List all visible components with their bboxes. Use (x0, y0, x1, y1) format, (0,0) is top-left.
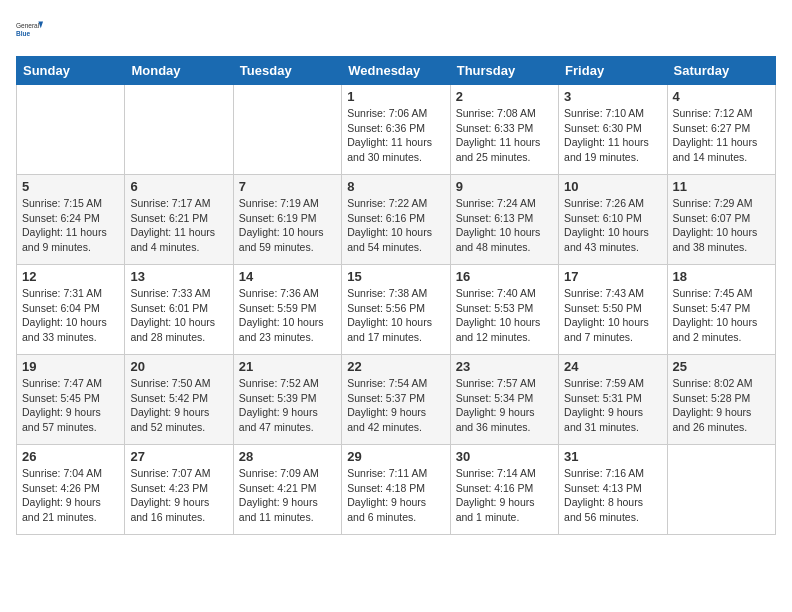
calendar-cell (233, 85, 341, 175)
day-info: Sunrise: 7:52 AM Sunset: 5:39 PM Dayligh… (239, 376, 336, 435)
calendar-cell: 25Sunrise: 8:02 AM Sunset: 5:28 PM Dayli… (667, 355, 775, 445)
day-info: Sunrise: 7:15 AM Sunset: 6:24 PM Dayligh… (22, 196, 119, 255)
calendar-cell: 24Sunrise: 7:59 AM Sunset: 5:31 PM Dayli… (559, 355, 667, 445)
calendar-cell: 30Sunrise: 7:14 AM Sunset: 4:16 PM Dayli… (450, 445, 558, 535)
weekday-header-row: SundayMondayTuesdayWednesdayThursdayFrid… (17, 57, 776, 85)
weekday-header-friday: Friday (559, 57, 667, 85)
calendar-cell: 18Sunrise: 7:45 AM Sunset: 5:47 PM Dayli… (667, 265, 775, 355)
day-info: Sunrise: 7:43 AM Sunset: 5:50 PM Dayligh… (564, 286, 661, 345)
calendar-cell: 23Sunrise: 7:57 AM Sunset: 5:34 PM Dayli… (450, 355, 558, 445)
calendar-cell: 7Sunrise: 7:19 AM Sunset: 6:19 PM Daylig… (233, 175, 341, 265)
day-info: Sunrise: 7:09 AM Sunset: 4:21 PM Dayligh… (239, 466, 336, 525)
day-info: Sunrise: 7:10 AM Sunset: 6:30 PM Dayligh… (564, 106, 661, 165)
page-header: GeneralBlue (16, 16, 776, 44)
day-number: 8 (347, 179, 444, 194)
day-info: Sunrise: 7:31 AM Sunset: 6:04 PM Dayligh… (22, 286, 119, 345)
day-info: Sunrise: 7:38 AM Sunset: 5:56 PM Dayligh… (347, 286, 444, 345)
day-info: Sunrise: 7:24 AM Sunset: 6:13 PM Dayligh… (456, 196, 553, 255)
calendar-cell: 4Sunrise: 7:12 AM Sunset: 6:27 PM Daylig… (667, 85, 775, 175)
day-number: 19 (22, 359, 119, 374)
day-info: Sunrise: 7:47 AM Sunset: 5:45 PM Dayligh… (22, 376, 119, 435)
day-number: 3 (564, 89, 661, 104)
day-number: 5 (22, 179, 119, 194)
day-number: 22 (347, 359, 444, 374)
day-info: Sunrise: 7:07 AM Sunset: 4:23 PM Dayligh… (130, 466, 227, 525)
calendar-cell: 31Sunrise: 7:16 AM Sunset: 4:13 PM Dayli… (559, 445, 667, 535)
day-number: 11 (673, 179, 770, 194)
day-info: Sunrise: 7:17 AM Sunset: 6:21 PM Dayligh… (130, 196, 227, 255)
day-info: Sunrise: 7:59 AM Sunset: 5:31 PM Dayligh… (564, 376, 661, 435)
calendar-cell: 2Sunrise: 7:08 AM Sunset: 6:33 PM Daylig… (450, 85, 558, 175)
day-info: Sunrise: 7:33 AM Sunset: 6:01 PM Dayligh… (130, 286, 227, 345)
calendar-cell: 16Sunrise: 7:40 AM Sunset: 5:53 PM Dayli… (450, 265, 558, 355)
day-number: 27 (130, 449, 227, 464)
day-number: 10 (564, 179, 661, 194)
day-info: Sunrise: 7:14 AM Sunset: 4:16 PM Dayligh… (456, 466, 553, 525)
day-info: Sunrise: 7:06 AM Sunset: 6:36 PM Dayligh… (347, 106, 444, 165)
calendar-cell: 20Sunrise: 7:50 AM Sunset: 5:42 PM Dayli… (125, 355, 233, 445)
day-info: Sunrise: 7:40 AM Sunset: 5:53 PM Dayligh… (456, 286, 553, 345)
calendar-cell: 6Sunrise: 7:17 AM Sunset: 6:21 PM Daylig… (125, 175, 233, 265)
day-number: 17 (564, 269, 661, 284)
day-number: 29 (347, 449, 444, 464)
calendar-cell: 8Sunrise: 7:22 AM Sunset: 6:16 PM Daylig… (342, 175, 450, 265)
calendar-cell: 21Sunrise: 7:52 AM Sunset: 5:39 PM Dayli… (233, 355, 341, 445)
weekday-header-wednesday: Wednesday (342, 57, 450, 85)
calendar-cell: 15Sunrise: 7:38 AM Sunset: 5:56 PM Dayli… (342, 265, 450, 355)
calendar-cell (125, 85, 233, 175)
calendar-cell (17, 85, 125, 175)
calendar-table: SundayMondayTuesdayWednesdayThursdayFrid… (16, 56, 776, 535)
day-number: 13 (130, 269, 227, 284)
weekday-header-saturday: Saturday (667, 57, 775, 85)
day-number: 28 (239, 449, 336, 464)
day-number: 21 (239, 359, 336, 374)
day-number: 18 (673, 269, 770, 284)
day-number: 15 (347, 269, 444, 284)
day-number: 9 (456, 179, 553, 194)
calendar-cell: 13Sunrise: 7:33 AM Sunset: 6:01 PM Dayli… (125, 265, 233, 355)
day-info: Sunrise: 7:08 AM Sunset: 6:33 PM Dayligh… (456, 106, 553, 165)
weekday-header-monday: Monday (125, 57, 233, 85)
calendar-cell: 12Sunrise: 7:31 AM Sunset: 6:04 PM Dayli… (17, 265, 125, 355)
day-info: Sunrise: 7:26 AM Sunset: 6:10 PM Dayligh… (564, 196, 661, 255)
day-number: 20 (130, 359, 227, 374)
day-info: Sunrise: 7:22 AM Sunset: 6:16 PM Dayligh… (347, 196, 444, 255)
day-info: Sunrise: 7:50 AM Sunset: 5:42 PM Dayligh… (130, 376, 227, 435)
logo-icon: GeneralBlue (16, 16, 44, 44)
day-number: 25 (673, 359, 770, 374)
calendar-cell: 17Sunrise: 7:43 AM Sunset: 5:50 PM Dayli… (559, 265, 667, 355)
weekday-header-tuesday: Tuesday (233, 57, 341, 85)
day-number: 14 (239, 269, 336, 284)
day-number: 6 (130, 179, 227, 194)
day-info: Sunrise: 7:04 AM Sunset: 4:26 PM Dayligh… (22, 466, 119, 525)
day-info: Sunrise: 7:12 AM Sunset: 6:27 PM Dayligh… (673, 106, 770, 165)
logo: GeneralBlue (16, 16, 44, 44)
calendar-cell: 10Sunrise: 7:26 AM Sunset: 6:10 PM Dayli… (559, 175, 667, 265)
calendar-cell: 11Sunrise: 7:29 AM Sunset: 6:07 PM Dayli… (667, 175, 775, 265)
day-number: 23 (456, 359, 553, 374)
day-number: 31 (564, 449, 661, 464)
day-number: 7 (239, 179, 336, 194)
svg-text:Blue: Blue (16, 30, 30, 37)
calendar-cell: 28Sunrise: 7:09 AM Sunset: 4:21 PM Dayli… (233, 445, 341, 535)
day-number: 12 (22, 269, 119, 284)
day-number: 2 (456, 89, 553, 104)
day-info: Sunrise: 8:02 AM Sunset: 5:28 PM Dayligh… (673, 376, 770, 435)
day-number: 4 (673, 89, 770, 104)
calendar-week-5: 26Sunrise: 7:04 AM Sunset: 4:26 PM Dayli… (17, 445, 776, 535)
weekday-header-sunday: Sunday (17, 57, 125, 85)
day-number: 30 (456, 449, 553, 464)
calendar-cell: 22Sunrise: 7:54 AM Sunset: 5:37 PM Dayli… (342, 355, 450, 445)
calendar-cell: 9Sunrise: 7:24 AM Sunset: 6:13 PM Daylig… (450, 175, 558, 265)
calendar-week-1: 1Sunrise: 7:06 AM Sunset: 6:36 PM Daylig… (17, 85, 776, 175)
calendar-cell (667, 445, 775, 535)
day-number: 1 (347, 89, 444, 104)
day-info: Sunrise: 7:36 AM Sunset: 5:59 PM Dayligh… (239, 286, 336, 345)
day-info: Sunrise: 7:57 AM Sunset: 5:34 PM Dayligh… (456, 376, 553, 435)
calendar-cell: 3Sunrise: 7:10 AM Sunset: 6:30 PM Daylig… (559, 85, 667, 175)
day-number: 26 (22, 449, 119, 464)
calendar-cell: 26Sunrise: 7:04 AM Sunset: 4:26 PM Dayli… (17, 445, 125, 535)
calendar-cell: 5Sunrise: 7:15 AM Sunset: 6:24 PM Daylig… (17, 175, 125, 265)
calendar-cell: 19Sunrise: 7:47 AM Sunset: 5:45 PM Dayli… (17, 355, 125, 445)
day-info: Sunrise: 7:29 AM Sunset: 6:07 PM Dayligh… (673, 196, 770, 255)
